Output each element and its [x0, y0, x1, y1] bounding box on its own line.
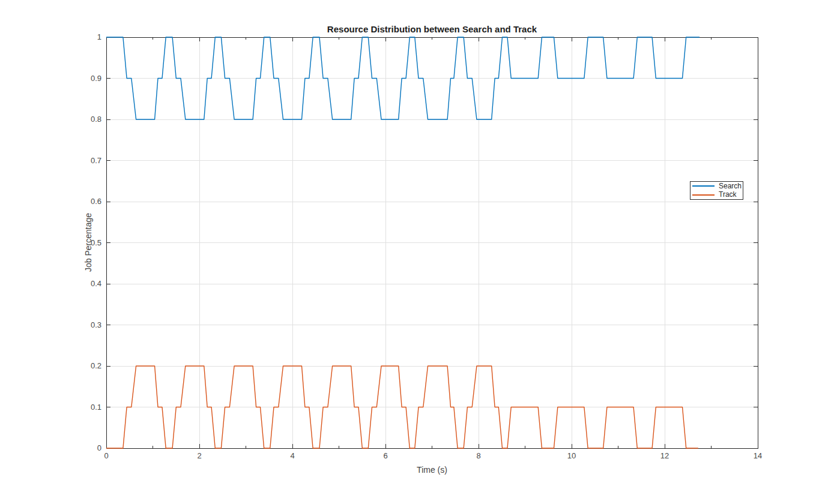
x-tick-label: 2: [184, 451, 214, 461]
x-tick-label: 8: [464, 451, 494, 461]
y-tick-label: 0.8: [65, 115, 101, 124]
x-tick-label: 10: [557, 451, 587, 461]
track-line-swatch: [692, 194, 715, 196]
y-tick-label: 0.9: [65, 74, 101, 83]
legend: Search Track: [690, 181, 743, 200]
x-tick-label: 12: [650, 451, 680, 461]
legend-label-track: Track: [719, 191, 737, 199]
y-tick-label: 1: [65, 32, 101, 42]
y-tick-label: 0.3: [65, 320, 101, 330]
legend-item-search: Search: [690, 182, 743, 190]
y-tick-label: 0.4: [65, 279, 101, 289]
y-axis-label: Job Percentage: [83, 213, 93, 272]
y-tick-label: 0.1: [65, 403, 101, 412]
legend-item-track: Track: [690, 191, 743, 199]
search-line-swatch: [692, 185, 715, 187]
y-tick-label: 0: [65, 443, 101, 453]
chart-title: Resource Distribution between Search and…: [106, 24, 758, 34]
x-tick-label: 4: [277, 451, 307, 461]
y-tick-label: 0.2: [65, 361, 101, 371]
y-tick-label: 0.6: [65, 197, 101, 206]
x-tick-label: 14: [743, 451, 773, 461]
plot-area: [0, 0, 837, 504]
figure-canvas: Resource Distribution between Search and…: [0, 0, 837, 504]
x-tick-label: 6: [370, 451, 400, 461]
legend-label-search: Search: [719, 182, 742, 190]
y-tick-label: 0.7: [65, 156, 101, 166]
x-axis-label: Time (s): [106, 465, 758, 475]
